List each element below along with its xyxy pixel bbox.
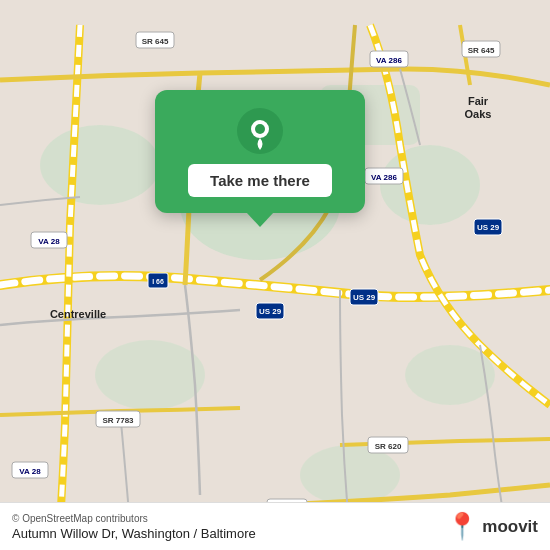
map-svg: SR 645 VA 286 VA 286 SR 645 VA 28 I 66 U… bbox=[0, 0, 550, 550]
take-me-there-button[interactable]: Take me there bbox=[188, 164, 332, 197]
svg-text:US 29: US 29 bbox=[353, 293, 376, 302]
map-container: SR 645 VA 286 VA 286 SR 645 VA 28 I 66 U… bbox=[0, 0, 550, 550]
svg-text:Centreville: Centreville bbox=[50, 308, 106, 320]
svg-text:US 29: US 29 bbox=[477, 223, 500, 232]
svg-text:Oaks: Oaks bbox=[465, 108, 492, 120]
moovit-text: moovit bbox=[482, 517, 538, 537]
svg-text:VA 286: VA 286 bbox=[371, 173, 397, 182]
svg-point-4 bbox=[95, 340, 205, 410]
svg-text:SR 7783: SR 7783 bbox=[102, 416, 134, 425]
svg-text:VA 28: VA 28 bbox=[38, 237, 60, 246]
svg-text:Fair: Fair bbox=[468, 95, 489, 107]
bottom-bar: © OpenStreetMap contributors Autumn Will… bbox=[0, 502, 550, 550]
svg-point-39 bbox=[255, 124, 265, 134]
address-text: Autumn Willow Dr, Washington / Baltimore bbox=[12, 526, 256, 541]
svg-point-3 bbox=[380, 145, 480, 225]
svg-text:SR 645: SR 645 bbox=[468, 46, 495, 55]
osm-credit: © OpenStreetMap contributors bbox=[12, 513, 256, 524]
svg-point-2 bbox=[40, 125, 160, 205]
bottom-left: © OpenStreetMap contributors Autumn Will… bbox=[12, 513, 256, 541]
moovit-logo: 📍 moovit bbox=[446, 511, 538, 542]
svg-text:SR 620: SR 620 bbox=[375, 442, 402, 451]
popup-card: Take me there bbox=[155, 90, 365, 213]
svg-text:SR 645: SR 645 bbox=[142, 37, 169, 46]
location-pin-icon bbox=[237, 108, 283, 154]
svg-text:VA 286: VA 286 bbox=[376, 56, 402, 65]
moovit-pin-icon: 📍 bbox=[446, 511, 478, 542]
svg-text:I 66: I 66 bbox=[152, 278, 164, 285]
svg-text:VA 28: VA 28 bbox=[19, 467, 41, 476]
svg-point-6 bbox=[300, 445, 400, 505]
svg-text:US 29: US 29 bbox=[259, 307, 282, 316]
